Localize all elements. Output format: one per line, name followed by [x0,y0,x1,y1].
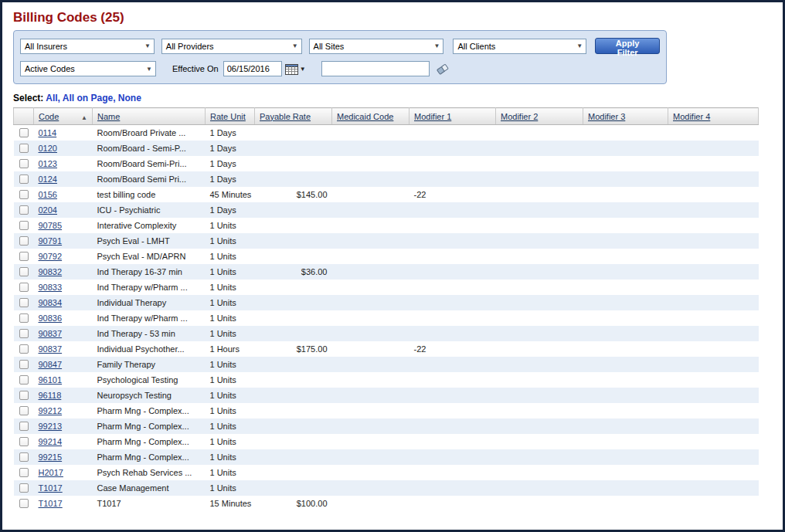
row-checkbox[interactable] [19,190,29,199]
code-link[interactable]: 99213 [39,422,63,431]
row-checkbox[interactable] [19,422,29,431]
cell-payable_rate [255,156,332,171]
code-link[interactable]: 96118 [39,391,62,400]
row-checkbox[interactable] [19,360,29,369]
row-checkbox[interactable] [19,175,29,184]
cell-modifier4 [668,403,759,418]
code-link[interactable]: T1017 [39,499,63,508]
cell-payable_rate [255,449,332,465]
column-header-rate-unit[interactable]: Rate Unit [206,108,255,125]
select-all-link[interactable]: All [46,93,57,103]
cell-modifier2 [496,388,583,403]
effective-on-label: Effective On [172,64,219,73]
column-header-label: Code [39,112,59,121]
row-checkbox[interactable] [19,329,29,338]
cell-modifier2 [496,372,583,388]
column-header-modifier-2[interactable]: Modifier 2 [496,108,583,125]
code-link[interactable]: 99212 [39,406,63,415]
row-checkbox-cell [14,403,34,418]
row-checkbox[interactable] [19,205,29,215]
code-link[interactable]: 96101 [39,375,63,385]
code-link[interactable]: T1017 [39,483,63,493]
column-header-modifier-1[interactable]: Modifier 1 [409,108,496,125]
row-checkbox[interactable] [19,468,29,477]
code-link[interactable]: 90791 [39,236,63,246]
row-checkbox[interactable] [19,313,29,323]
select-all-on-page-link[interactable]: All on Page [63,93,113,103]
code-link[interactable]: 0204 [39,205,57,215]
table-row: H2017Psych Rehab Services ...1 Units [14,465,759,480]
row-checkbox[interactable] [19,483,29,493]
cell-modifier4 [668,171,759,187]
cell-code: 0124 [34,171,93,187]
cell-modifier3 [583,218,668,233]
cell-code: 90837 [34,341,93,357]
insurers-select[interactable]: All Insurers ▼ [20,39,155,54]
apply-filter-button[interactable]: Apply Filter [595,38,660,54]
cell-modifier4 [668,388,759,403]
row-checkbox[interactable] [19,283,29,292]
code-link[interactable]: 90837 [39,344,63,354]
select-none-link[interactable]: None [118,93,141,103]
effective-date-input[interactable] [223,61,282,76]
row-checkbox[interactable] [19,236,29,246]
column-header-medicaid-code[interactable]: Medicaid Code [332,108,409,125]
row-checkbox[interactable] [19,252,29,261]
column-header-modifier-4[interactable]: Modifier 4 [668,108,759,125]
row-checkbox[interactable] [19,391,29,400]
cell-code: 96101 [34,372,93,388]
calendar-button[interactable]: ▼ [285,63,306,75]
row-checkbox[interactable] [19,437,29,446]
cell-name: Neuropsych Testing [93,388,206,403]
sites-select[interactable]: All Sites ▼ [309,39,444,54]
code-link[interactable]: 0114 [39,128,57,137]
code-link[interactable]: 90847 [39,360,63,369]
code-link[interactable]: 90785 [39,221,63,230]
cell-modifier3 [583,434,668,449]
row-checkbox[interactable] [19,375,29,385]
code-link[interactable]: H2017 [39,468,63,477]
row-checkbox[interactable] [19,159,29,168]
code-link[interactable]: 0123 [39,159,57,168]
column-header-code[interactable]: Code▲ [34,108,93,125]
row-checkbox[interactable] [19,452,29,462]
cell-modifier4 [668,249,759,264]
code-link[interactable]: 90833 [39,283,63,292]
row-checkbox[interactable] [19,267,29,276]
cell-modifier4 [668,341,759,357]
row-checkbox[interactable] [19,298,29,307]
filter-text-input[interactable] [321,61,430,76]
cell-name: Room/Board Semi-Pri... [93,156,206,171]
code-status-select[interactable]: Active Codes ▼ [20,61,156,76]
code-link[interactable]: 90836 [39,313,63,323]
column-header-modifier-3[interactable]: Modifier 3 [583,108,668,125]
column-header-name[interactable]: Name [93,108,206,125]
code-link[interactable]: 90834 [39,298,63,307]
code-link[interactable]: 90832 [39,267,63,276]
cell-medicaid_code [332,156,409,171]
code-link[interactable]: 90837 [39,329,63,338]
code-link[interactable]: 90792 [39,252,63,261]
clients-select[interactable]: All Clients ▼ [453,39,586,54]
code-link[interactable]: 99214 [39,437,63,446]
code-link[interactable]: 99215 [39,452,63,462]
providers-select[interactable]: All Providers ▼ [161,39,302,54]
row-checkbox[interactable] [19,144,29,153]
cell-modifier2 [496,141,583,156]
column-header-payable-rate[interactable]: Payable Rate [255,108,332,125]
code-link[interactable]: 0120 [39,144,57,153]
code-link[interactable]: 0156 [39,190,57,199]
cell-modifier1 [409,449,496,465]
row-checkbox[interactable] [19,499,29,508]
row-checkbox[interactable] [19,344,29,354]
cell-modifier1 [409,280,496,295]
row-checkbox[interactable] [19,128,29,137]
cell-name: Room/Broard Private ... [93,125,206,141]
code-link[interactable]: 0124 [39,175,57,184]
row-checkbox[interactable] [19,406,29,415]
eraser-icon[interactable] [436,63,450,75]
cell-rate_unit: 1 Units [206,326,255,341]
cell-modifier4 [668,233,759,249]
row-checkbox[interactable] [19,221,29,230]
cell-payable_rate [255,125,332,141]
